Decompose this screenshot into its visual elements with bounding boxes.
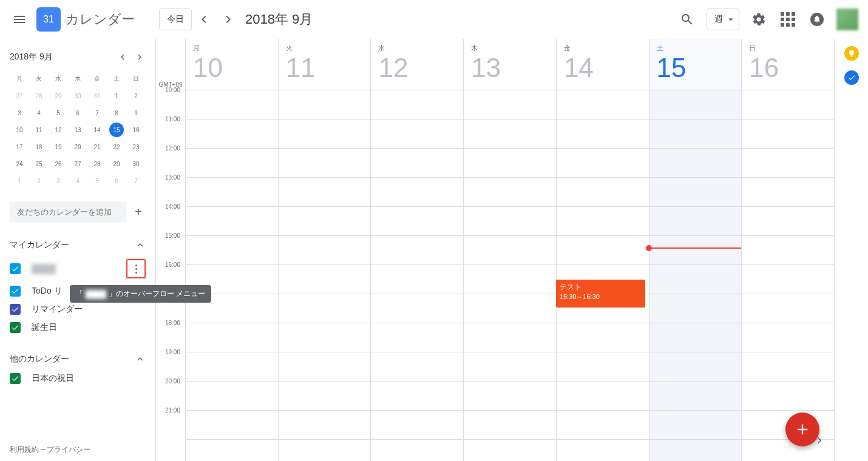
mini-calendar-day[interactable]: 5: [49, 104, 68, 121]
mini-calendar-day[interactable]: 13: [68, 121, 87, 138]
calendar-grid-cell[interactable]: [278, 382, 371, 410]
mini-calendar-day[interactable]: 7: [87, 104, 107, 121]
calendar-grid-cell[interactable]: [649, 440, 742, 461]
calendar-grid-cell[interactable]: [556, 352, 649, 381]
mini-calendar-day[interactable]: 24: [10, 155, 29, 172]
calendar-grid-cell[interactable]: [649, 90, 742, 119]
show-side-panel-button[interactable]: [813, 434, 826, 449]
calendar-grid-cell[interactable]: [278, 294, 371, 323]
calendar-grid-cell[interactable]: [741, 207, 834, 235]
calendar-grid-cell[interactable]: [185, 236, 278, 264]
mini-calendar-day[interactable]: 4: [68, 172, 87, 189]
calendar-grid-cell[interactable]: [185, 440, 278, 461]
mini-calendar-day[interactable]: 29: [107, 155, 126, 172]
calendar-grid-cell[interactable]: [185, 178, 278, 206]
keep-addon-icon[interactable]: [844, 46, 859, 61]
calendar-grid-cell[interactable]: [649, 119, 742, 148]
calendar-grid-cell[interactable]: [185, 323, 278, 352]
mini-calendar-day[interactable]: 22: [107, 138, 126, 155]
calendar-grid-cell[interactable]: [370, 90, 463, 119]
calendar-grid-cell[interactable]: [741, 149, 834, 177]
mini-calendar-day[interactable]: 1: [10, 172, 29, 189]
calendar-grid-cell[interactable]: [556, 178, 649, 206]
mini-calendar-day[interactable]: 25: [29, 155, 49, 172]
calendar-grid-cell[interactable]: [649, 411, 742, 439]
calendar-grid-cell[interactable]: [463, 236, 556, 264]
calendar-grid-cell[interactable]: [185, 149, 278, 177]
calendar-grid-cell[interactable]: [278, 411, 371, 439]
calendar-grid-cell[interactable]: [278, 236, 371, 264]
mini-calendar-day[interactable]: 17: [10, 138, 29, 155]
calendar-grid-cell[interactable]: [741, 178, 834, 206]
mini-calendar-day[interactable]: 3: [10, 104, 29, 121]
calendar-grid-cell[interactable]: [370, 265, 463, 294]
calendar-grid-cell[interactable]: [370, 178, 463, 206]
mini-calendar-day[interactable]: 2: [29, 172, 49, 189]
calendar-grid-cell[interactable]: [556, 411, 649, 439]
calendar-grid-cell[interactable]: [463, 294, 556, 323]
day-column-header[interactable]: 金14: [556, 39, 649, 90]
mini-calendar-day[interactable]: 19: [49, 138, 68, 155]
calendar-grid-cell[interactable]: [741, 352, 834, 381]
calendar-grid-cell[interactable]: [370, 119, 463, 148]
calendar-grid-cell[interactable]: [185, 382, 278, 410]
calendar-grid-cell[interactable]: [741, 119, 834, 148]
calendar-grid-cell[interactable]: [185, 352, 278, 381]
today-button[interactable]: 今日: [159, 8, 192, 30]
calendar-grid-cell[interactable]: [556, 236, 649, 264]
calendar-list-item[interactable]: リマインダー: [10, 300, 155, 318]
calendar-grid-cell[interactable]: [649, 323, 742, 352]
mini-calendar-day[interactable]: 20: [68, 138, 87, 155]
calendar-list-item[interactable]: ████: [10, 255, 155, 282]
calendar-grid-cell[interactable]: [463, 119, 556, 148]
calendar-grid-cell[interactable]: [556, 149, 649, 177]
add-calendar-button[interactable]: +: [131, 203, 146, 222]
add-friend-calendar-input[interactable]: [10, 201, 126, 223]
mini-calendar-day[interactable]: 23: [126, 138, 146, 155]
mini-calendar-day[interactable]: 6: [107, 172, 126, 189]
mini-calendar-day[interactable]: 28: [29, 87, 49, 104]
calendar-grid-cell[interactable]: [370, 207, 463, 235]
day-column-header[interactable]: 月10: [185, 39, 278, 90]
calendar-checkbox[interactable]: [10, 373, 21, 384]
calendar-grid-cell[interactable]: [278, 119, 371, 148]
mini-calendar-day[interactable]: 15: [107, 121, 126, 138]
mini-calendar-prev-button[interactable]: [114, 49, 131, 66]
calendar-grid-cell[interactable]: [370, 294, 463, 323]
my-calendars-section-header[interactable]: マイカレンダー: [10, 235, 155, 255]
mini-calendar-day[interactable]: 18: [29, 138, 49, 155]
calendar-grid-cell[interactable]: [278, 90, 371, 119]
mini-calendar-day[interactable]: 6: [68, 104, 87, 121]
mini-calendar-day[interactable]: 1: [107, 87, 126, 104]
calendar-checkbox[interactable]: [10, 286, 21, 297]
calendar-grid-cell[interactable]: [741, 265, 834, 294]
calendar-list-item[interactable]: 日本の祝日: [10, 369, 155, 388]
view-switch-dropdown[interactable]: 週: [707, 8, 739, 30]
mini-calendar-day[interactable]: 31: [87, 87, 107, 104]
calendar-grid-cell[interactable]: [556, 90, 649, 119]
calendar-grid-cell[interactable]: [649, 236, 742, 264]
calendar-grid-cell[interactable]: [649, 265, 742, 294]
settings-button[interactable]: [744, 5, 773, 34]
mini-calendar-day[interactable]: 27: [10, 87, 29, 104]
search-button[interactable]: [673, 5, 702, 34]
calendar-grid-cell[interactable]: [278, 149, 371, 177]
calendar-grid-cell[interactable]: [463, 265, 556, 294]
calendar-grid-cell[interactable]: [741, 90, 834, 119]
mini-calendar-day[interactable]: 16: [126, 121, 146, 138]
footer-links[interactable]: 利用規約 – プライバシー: [10, 445, 90, 455]
mini-calendar-day[interactable]: 9: [126, 104, 146, 121]
apps-button[interactable]: [773, 5, 802, 34]
mini-calendar-day[interactable]: 29: [49, 87, 68, 104]
mini-calendar-day[interactable]: 30: [68, 87, 87, 104]
calendar-grid-cell[interactable]: [185, 90, 278, 119]
calendar-grid-cell[interactable]: [370, 236, 463, 264]
calendar-grid-cell[interactable]: [370, 149, 463, 177]
calendar-grid-cell[interactable]: [463, 352, 556, 381]
mini-calendar-day[interactable]: 7: [126, 172, 146, 189]
calendar-grid-cell[interactable]: [278, 440, 371, 461]
calendar-checkbox[interactable]: [10, 322, 21, 333]
other-calendars-section-header[interactable]: 他のカレンダー: [10, 349, 155, 369]
mini-calendar-day[interactable]: 27: [68, 155, 87, 172]
calendar-grid-cell[interactable]: [278, 207, 371, 235]
